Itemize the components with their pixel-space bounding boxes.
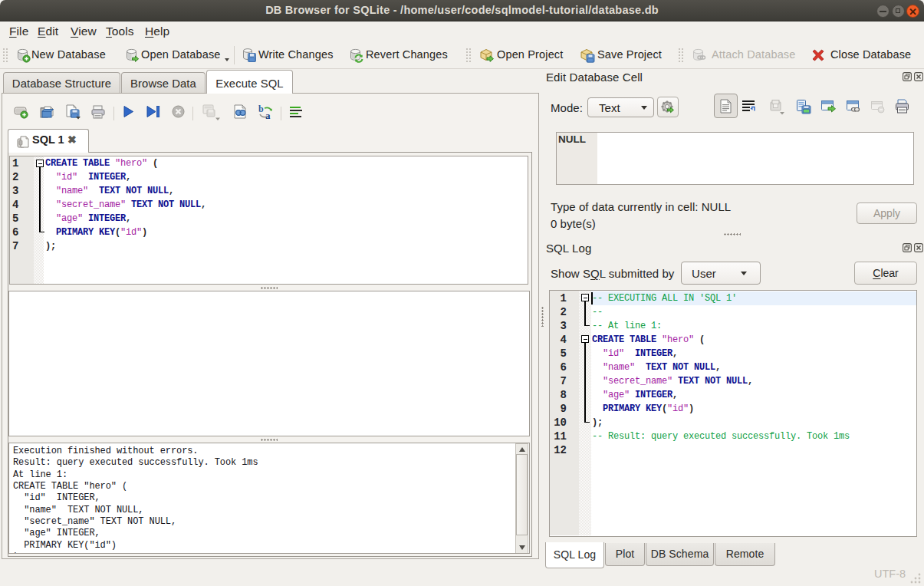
svg-text:b: b	[258, 104, 264, 114]
svg-text:a: a	[265, 110, 271, 120]
